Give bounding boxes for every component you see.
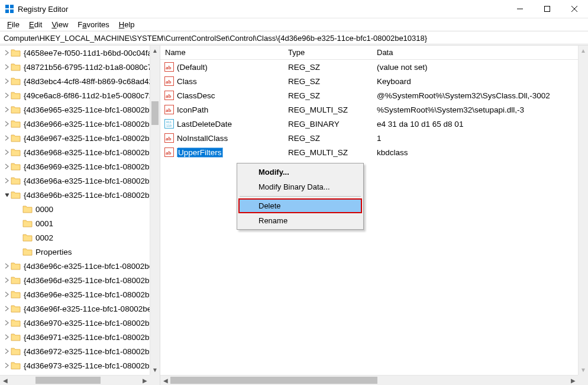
chevron-right-icon[interactable] — [1, 49, 11, 57]
chevron-right-icon[interactable] — [1, 177, 11, 185]
svg-text:ab: ab — [166, 93, 172, 99]
tree-horizontal-scrollbar[interactable]: ◀ ▶ — [0, 375, 150, 385]
tree-item[interactable]: {4d36e973-e325-11ce-bfc1-08002be10318} — [0, 358, 150, 373]
value-row[interactable]: ab NoInstallClassREG_SZ1 — [160, 131, 578, 145]
address-bar[interactable]: Computer\HKEY_LOCAL_MACHINE\SYSTEM\Curre… — [0, 31, 588, 44]
chevron-right-icon[interactable] — [1, 290, 11, 299]
value-row[interactable]: ab ClassREG_SZKeyboard — [160, 74, 578, 88]
maximize-button[interactable] — [534, 0, 561, 18]
tree-item-label: {4658ee7e-f050-11d1-b6bd-00c04fa372a7} — [24, 49, 150, 57]
list-horizontal-scrollbar[interactable]: ◀ ▶ — [160, 375, 578, 385]
close-button[interactable] — [561, 0, 588, 18]
scroll-thumb[interactable] — [170, 377, 377, 384]
column-headers: Name Type Data — [160, 46, 588, 60]
value-data: %SystemRoot%\System32\setupapi.dll,-3 — [372, 105, 578, 114]
tree-item[interactable]: {49ce6ac8-6f86-11d2-b1e5-0080c72e74a2} — [0, 88, 150, 102]
chevron-right-icon[interactable] — [1, 347, 11, 356]
chevron-right-icon[interactable] — [1, 63, 11, 72]
chevron-right-icon[interactable] — [1, 276, 11, 285]
minimize-button[interactable] — [506, 0, 534, 18]
tree-vertical-scrollbar[interactable]: ▲ ▼ — [150, 46, 160, 375]
tree-item-label: 0002 — [35, 233, 53, 242]
tree-item-label: 0000 — [35, 205, 53, 214]
title-bar: Registry Editor — [0, 0, 588, 18]
menu-help[interactable]: Help — [115, 19, 138, 30]
chevron-right-icon[interactable] — [1, 304, 11, 313]
tree-item[interactable]: 0000 — [0, 202, 150, 216]
tree-item[interactable]: {4d36e966-e325-11ce-bfc1-08002be10318} — [0, 117, 150, 131]
tree-item[interactable]: {4d36e965-e325-11ce-bfc1-08002be10318} — [0, 102, 150, 117]
tree-item[interactable]: {4d36e96e-e325-11ce-bfc1-08002be10318} — [0, 287, 150, 301]
tree-item[interactable]: {4d36e96d-e325-11ce-bfc1-08002be10318} — [0, 273, 150, 287]
tree-item[interactable]: {4d36e96a-e325-11ce-bfc1-08002be10318} — [0, 174, 150, 188]
svg-rect-0 — [5, 5, 9, 8]
tree-item[interactable]: {4d36e970-e325-11ce-bfc1-08002be10318} — [0, 316, 150, 330]
chevron-right-icon[interactable] — [1, 105, 11, 114]
folder-icon — [11, 133, 21, 143]
value-type: REG_SZ — [283, 77, 372, 86]
svg-rect-2 — [5, 9, 9, 13]
tree-item[interactable]: {48721b56-6795-11d2-b1a8-0080c72e74a2} — [0, 60, 150, 74]
value-data: e4 31 da 10 d1 65 d8 01 — [372, 120, 578, 129]
tree-item[interactable]: Properties — [0, 245, 150, 259]
binary-value-icon: 011 110 — [164, 118, 175, 129]
tree-item-label: {4d36e965-e325-11ce-bfc1-08002be10318} — [24, 105, 150, 114]
tree-item[interactable]: {4d36e968-e325-11ce-bfc1-08002be10318} — [0, 145, 150, 159]
chevron-right-icon[interactable] — [1, 134, 11, 143]
chevron-right-icon[interactable] — [1, 262, 11, 271]
scroll-thumb[interactable] — [35, 377, 101, 384]
tree-item[interactable]: 0002 — [0, 230, 150, 245]
scroll-thumb[interactable] — [151, 101, 159, 125]
menu-file[interactable]: File — [4, 19, 23, 30]
menu-favorites[interactable]: Favorites — [74, 19, 112, 30]
tree-item[interactable]: {4d36e971-e325-11ce-bfc1-08002be10318} — [0, 330, 150, 344]
chevron-right-icon[interactable] — [1, 120, 11, 129]
value-type: REG_SZ — [283, 134, 372, 143]
context-menu-modify-binary[interactable]: Modify Binary Data... — [238, 179, 362, 194]
chevron-right-icon[interactable] — [1, 319, 11, 328]
tree-item[interactable]: {4d36e96c-e325-11ce-bfc1-08002be10318} — [0, 259, 150, 273]
value-row[interactable]: 011 110 LastDeleteDateREG_BINARYe4 31 da… — [160, 117, 578, 131]
value-name: (Default) — [177, 63, 208, 72]
menu-edit[interactable]: Edit — [25, 19, 46, 30]
tree-item[interactable]: {4d36e96b-e325-11ce-bfc1-08002be10318} — [0, 188, 150, 202]
column-data[interactable]: Data — [372, 46, 588, 59]
tree-item-label: {4d36e96f-e325-11ce-bfc1-08002be10318} — [24, 304, 150, 313]
tree-item[interactable]: {48d3ebc4-4cf8-48ff-b869-9c68ad42eb9f} — [0, 74, 150, 88]
folder-icon — [11, 147, 21, 157]
context-menu-rename[interactable]: Rename — [238, 213, 362, 228]
value-row[interactable]: ab UpperFiltersREG_MULTI_SZkbdclass — [160, 145, 578, 159]
folder-icon — [11, 304, 21, 313]
context-menu-modify[interactable]: Modify... — [238, 165, 362, 179]
tree-item[interactable]: {4d36e969-e325-11ce-bfc1-08002be10318} — [0, 159, 150, 174]
folder-icon — [11, 76, 21, 86]
value-row[interactable]: ab (Default)REG_SZ(value not set) — [160, 60, 578, 74]
chevron-right-icon[interactable] — [1, 91, 11, 100]
tree-item-label: {4d36e966-e325-11ce-bfc1-08002be10318} — [24, 120, 150, 129]
string-value-icon: ab — [164, 62, 175, 72]
tree-item[interactable]: 0001 — [0, 216, 150, 230]
column-name[interactable]: Name — [160, 46, 283, 59]
chevron-right-icon[interactable] — [1, 148, 11, 157]
value-row[interactable]: ab IconPathREG_MULTI_SZ%SystemRoot%\Syst… — [160, 102, 578, 117]
chevron-right-icon[interactable] — [1, 162, 11, 171]
list-vertical-scrollbar[interactable]: ▲▼ — [578, 46, 588, 375]
menu-bar: File Edit View Favorites Help — [0, 18, 588, 31]
tree-item[interactable]: {4d36e967-e325-11ce-bfc1-08002be10318} — [0, 131, 150, 145]
folder-icon — [22, 204, 33, 214]
folder-icon — [22, 219, 33, 228]
context-menu-delete[interactable]: Delete — [238, 198, 362, 213]
tree-item[interactable]: {4d36e96f-e325-11ce-bfc1-08002be10318} — [0, 301, 150, 316]
tree-item-label: {48d3ebc4-4cf8-48ff-b869-9c68ad42eb9f} — [24, 77, 150, 86]
tree-item-label: {4d36e972-e325-11ce-bfc1-08002be10318} — [24, 347, 150, 356]
chevron-right-icon[interactable] — [1, 333, 11, 342]
folder-icon — [22, 247, 33, 256]
column-type[interactable]: Type — [283, 46, 372, 59]
tree-item[interactable]: {4658ee7e-f050-11d1-b6bd-00c04fa372a7} — [0, 46, 150, 60]
value-row[interactable]: ab ClassDescREG_SZ@%SystemRoot%\System32… — [160, 88, 578, 102]
chevron-right-icon[interactable] — [1, 361, 11, 370]
tree-item[interactable]: {4d36e972-e325-11ce-bfc1-08002be10318} — [0, 344, 150, 358]
menu-view[interactable]: View — [48, 19, 72, 30]
chevron-down-icon[interactable] — [1, 191, 11, 200]
chevron-right-icon[interactable] — [1, 77, 11, 86]
